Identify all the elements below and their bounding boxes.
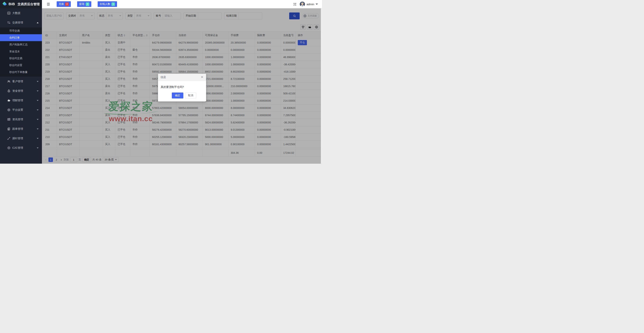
chart-icon: [7, 11, 10, 15]
user-menu[interactable]: admin: [300, 1, 318, 7]
sidebar-subitem[interactable]: 用户风险率汇总: [0, 41, 42, 48]
sidebar-item-news[interactable]: 资讯管理: [0, 115, 42, 124]
sidebar-item-wealth[interactable]: 理财管理: [0, 96, 42, 105]
chevron-down-icon: [37, 81, 38, 82]
dialog-cancel-button[interactable]: 取消: [185, 92, 196, 98]
copy-icon: [7, 127, 10, 131]
topbar-button-label: 充值: [59, 2, 64, 6]
topbar-button-label: 提现: [79, 2, 84, 6]
sidebar-subitem[interactable]: 秒合约设置: [0, 62, 42, 69]
brand-diamond-icon: [2, 2, 7, 6]
chevron-up-icon: [37, 22, 38, 23]
sidebar-item-label: 客户管理: [12, 80, 37, 83]
sidebar-collapse-icon[interactable]: [46, 2, 50, 6]
topbar-button-online[interactable]: 在线人数1: [98, 1, 117, 7]
topbar-button-badge: 1: [86, 2, 89, 6]
sidebar-item-pin[interactable]: 插针管理: [0, 134, 42, 143]
horizontal-scrollbar[interactable]: [0, 164, 322, 166]
sidebar-subitem[interactable]: 币币交易: [0, 27, 42, 34]
moneybag-icon: [7, 89, 10, 93]
user-caret-icon: [316, 3, 318, 5]
sidebar-item-c2c[interactable]: C2C管理: [0, 143, 42, 153]
dialog-ok-button[interactable]: 确定: [172, 92, 183, 98]
dialog-title: 信息: [161, 75, 166, 79]
sidebar-item-label: 跟单管理: [12, 127, 37, 131]
topbar-button-recharge[interactable]: 充值3: [57, 1, 71, 7]
topbar-button-badge: 3: [65, 2, 69, 6]
fullscreen-icon[interactable]: [293, 2, 297, 6]
sidebar-item-bigdata[interactable]: 大数据: [0, 8, 42, 18]
sidebar-item-label: 理财管理: [12, 99, 37, 102]
sidebar-item-label: 资金管理: [12, 89, 37, 93]
dialog-header: 信息 ✕: [158, 74, 206, 81]
chevron-down-icon: [37, 100, 38, 101]
app-window: BiB 交易所后台管理 充值3提现1在线人数1: [0, 0, 322, 166]
topbar-buttons: 充值3提现1在线人数1: [50, 1, 117, 7]
chevron-down-icon: [37, 109, 38, 111]
sidebar-item-copytrade[interactable]: 跟单管理: [0, 124, 42, 134]
sidebar: 大数据交易管理币币交易合约订单用户风险率汇总资金流水秒合约交易秒合约设置秒合约下…: [0, 8, 42, 164]
chevron-down-icon: [37, 147, 38, 149]
sidebar-item-label: C2C管理: [12, 146, 37, 150]
sidebar-item-trade[interactable]: 交易管理: [0, 18, 42, 27]
sidebar-item-platform[interactable]: 平台设置: [0, 105, 42, 115]
chevron-down-icon: [37, 90, 38, 92]
news-icon: [7, 118, 10, 121]
dialog-close-icon[interactable]: ✕: [201, 76, 203, 79]
sidebar-item-label: 大数据: [12, 11, 38, 15]
top-bar: BiB 交易所后台管理 充值3提现1在线人数1: [0, 0, 322, 8]
exchange-icon: [7, 21, 10, 24]
sidebar-item-funds[interactable]: 资金管理: [0, 86, 42, 96]
dialog-footer: 确定 取消: [158, 92, 206, 101]
sidebar-subitem[interactable]: 合约订单: [0, 34, 42, 41]
sidebar-item-label: 平台设置: [12, 108, 37, 112]
confirm-dialog: 信息 ✕ 真的要强制平仓吗? 确定 取消: [158, 74, 206, 101]
username: admin: [306, 2, 314, 6]
avatar: [300, 1, 305, 7]
topbar-right: admin: [293, 1, 322, 7]
sidebar-subitem[interactable]: 秒合约交易: [0, 55, 42, 62]
chevron-down-icon: [37, 138, 38, 139]
topbar-button-label: 在线人数: [100, 2, 110, 6]
submenu-trade: 币币交易合约订单用户风险率汇总资金流水秒合约交易秒合约设置秒合约下单数量: [0, 27, 42, 77]
dialog-message: 真的要强制平仓吗?: [158, 81, 206, 92]
sidebar-item-label: 插针管理: [12, 137, 37, 140]
brand-name: BiB: [8, 2, 15, 6]
topbar-button-withdraw[interactable]: 提现1: [77, 1, 91, 7]
sidebar-subitem[interactable]: 秒合约下单数量: [0, 69, 42, 76]
sidebar-subitem[interactable]: 资金流水: [0, 48, 42, 55]
coin-icon: [7, 146, 10, 150]
sidebar-item-label: 交易管理: [12, 21, 37, 24]
brand-logo: BiB 交易所后台管理: [0, 0, 42, 8]
chevron-down-icon: [37, 128, 38, 130]
piggy-icon: [7, 99, 10, 102]
sidebar-item-label: 资讯管理: [12, 118, 37, 121]
chevron-down-icon: [37, 119, 38, 120]
main-content: 请输入用户ID 交易对所有状态所有类型所有账号请输入开始日期结束日期 关闭刷新: [42, 8, 322, 164]
vertical-scrollbar[interactable]: [321, 8, 322, 164]
platform-icon: [7, 108, 10, 112]
sidebar-item-customer[interactable]: 客户管理: [0, 77, 42, 86]
app-title: 交易所后台管理: [18, 2, 40, 6]
pin-icon: [7, 137, 10, 140]
topbar-button-badge: 1: [112, 2, 115, 6]
users-icon: [7, 80, 10, 83]
